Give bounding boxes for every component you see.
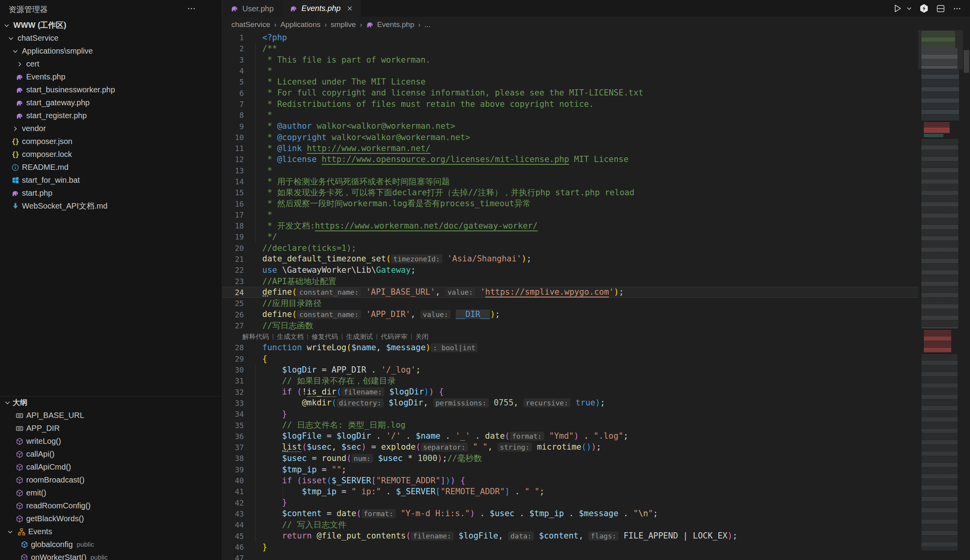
tree-item-readme-md[interactable]: README.md (0, 161, 222, 174)
outline-item-writelog[interactable]: writeLog() (0, 435, 222, 448)
tree-item-composer-json[interactable]: {}composer.json (0, 135, 222, 148)
code-line-7[interactable]: 7 * Redistributions of files must retain… (223, 99, 918, 110)
code-line-26[interactable]: 26define(constant_name: 'APP_DIR', value… (223, 309, 918, 320)
tree-item-events-php[interactable]: Events.php (0, 70, 222, 83)
code-line-30[interactable]: 30 $logDir = APP_DIR . '/_log'; (223, 364, 918, 375)
code-line-18[interactable]: 18 * 开发文档:https://www.workerman.net/doc/… (223, 220, 918, 231)
code-line-24[interactable]: 24define(constant_name: 'API_BASE_URL', … (223, 287, 918, 298)
code-line-41[interactable]: 41 $tmp_ip = " ip:" . $_SERVER["REMOTE_A… (223, 486, 918, 497)
run-icon[interactable] (892, 3, 903, 14)
code-line-11[interactable]: 11 * @link http://www.workerman.net/ (223, 143, 918, 154)
outline-item-readroomconfig[interactable]: readRoomConfig() (0, 499, 222, 512)
code-line-35[interactable]: 35 // 日志文件名: 类型_日期.log (223, 420, 918, 430)
code-line-34[interactable]: 34 } (223, 409, 918, 420)
code-line-23[interactable]: 23//API基础地址配置 (223, 276, 918, 287)
code-line-25[interactable]: 25//应用目录路径 (223, 298, 918, 309)
code-line-17[interactable]: 17 * (223, 209, 918, 220)
breadcrumb-item-applications[interactable]: Applications (280, 20, 320, 29)
code-line-33[interactable]: 33 @mkdir(directory: $logDir, permission… (223, 398, 918, 409)
code-line-27[interactable]: 27//写日志函数 (223, 320, 918, 331)
code-line-14[interactable]: 14 * 用于检测业务代码死循环或者长时间阻塞等问题 (223, 176, 918, 187)
outline-item-globalconfig[interactable]: globalconfigpublic (0, 538, 222, 551)
code-line-46[interactable]: 46} (223, 542, 918, 553)
outline-header[interactable]: 大纲 (0, 396, 222, 409)
php-runner-icon[interactable] (919, 3, 929, 14)
code-line-5[interactable]: 5 * Licensed under The MIT License (223, 76, 918, 87)
codelens-修复代码[interactable]: 修复代码 (312, 332, 338, 341)
code-line-19[interactable]: 19 */ (223, 231, 918, 242)
code-line-42[interactable]: 42 } (223, 497, 918, 508)
code-line-13[interactable]: 13 * (223, 165, 918, 176)
code-line-28[interactable]: 28function writeLog($name, $message): bo… (223, 342, 918, 353)
code-line-45[interactable]: 45 return @file_put_contents(filename: $… (223, 530, 918, 541)
tree-item-start-php[interactable]: start.php (0, 187, 222, 200)
tree-item-start-for-win-bat[interactable]: start_for_win.bat (0, 174, 222, 187)
outline-item-events[interactable]: Events (0, 525, 222, 538)
code-line-43[interactable]: 43 $content = date(format: "Y-m-d H:i:s.… (223, 508, 918, 519)
code-editor[interactable]: 1<?php2/**3 * This file is part of worke… (223, 32, 918, 560)
outline-item-getblackwords[interactable]: getBlackWords() (0, 512, 222, 525)
code-line-39[interactable]: 39 $tmp_ip = ""; (223, 464, 918, 475)
tree-item-www-工作区[interactable]: WWW (工作区) (0, 19, 222, 32)
codelens-生成文档[interactable]: 生成文档 (277, 332, 303, 341)
tree-item-start-register-php[interactable]: start_register.php (0, 109, 222, 122)
code-line-44[interactable]: 44 // 写入日志文件 (223, 519, 918, 530)
code-line-31[interactable]: 31 // 如果目录不存在，创建目录 (223, 375, 918, 386)
tree-item-start-gateway-php[interactable]: start_gateway.php (0, 96, 222, 109)
close-icon[interactable] (346, 5, 353, 12)
code-line-38[interactable]: 38 $usec = round(num: $usec * 1000);//毫秒… (223, 453, 918, 464)
tree-item-cert[interactable]: cert (0, 58, 222, 70)
tree-item-start-businessworker-php[interactable]: start_businessworker.php (0, 83, 222, 96)
outline-item-callapicmd[interactable]: callApiCmd() (0, 461, 222, 474)
code-line-32[interactable]: 32 if (!is_dir(filename: $logDir)) { (223, 387, 918, 398)
outline-item-api-base-url[interactable]: API_BASE_URL (0, 409, 222, 422)
more-actions-icon[interactable] (952, 4, 962, 14)
run-dropdown-icon[interactable] (906, 5, 912, 12)
code-line-47[interactable]: 47 (223, 553, 918, 560)
code-line-8[interactable]: 8 * (223, 110, 918, 121)
tab-user-php[interactable]: User.php (223, 0, 282, 17)
codelens-代码评审[interactable]: 代码评审 (381, 332, 407, 341)
code-line-9[interactable]: 9 * @author walkor<walkor@workerman.net> (223, 121, 918, 131)
line-number: 39 (223, 465, 246, 474)
code-line-6[interactable]: 6 * For full copyright and license infor… (223, 87, 918, 98)
outline-item-callapi[interactable]: callApi() (0, 448, 222, 461)
code-line-36[interactable]: 36 $logFile = $logDir . '/' . $name . '_… (223, 431, 918, 442)
codelens-关闭[interactable]: 关闭 (415, 332, 429, 341)
breadcrumb-item-events-php[interactable]: Events.php (366, 20, 414, 29)
code-line-20[interactable]: 20//declare(ticks=1); (223, 243, 918, 254)
code-line-2[interactable]: 2/** (223, 43, 918, 54)
outline-item-onworkerstart[interactable]: onWorkerStart()public (0, 551, 222, 560)
split-editor-icon[interactable] (936, 4, 946, 14)
breadcrumb-item-[interactable]: ... (424, 20, 431, 29)
code-line-21[interactable]: 21date_default_timezone_set(timezoneId: … (223, 254, 918, 265)
code-line-29[interactable]: 29{ (223, 353, 918, 364)
tree-item-vendor[interactable]: vendor (0, 122, 222, 135)
code-line-10[interactable]: 10 * @copyright walkor<walkor@workerman.… (223, 132, 918, 143)
code-line-16[interactable]: 16 * 然后观察一段时间workerman.log看是否有process_ti… (223, 198, 918, 209)
tree-item-applications-smplive[interactable]: Applications\smplive (0, 45, 222, 58)
code-line-15[interactable]: 15 * 如果发现业务卡死，可以将下面declare打开（去掉//注释），并执行… (223, 187, 918, 198)
tree-item-chatservice[interactable]: chatService (0, 32, 222, 45)
minimap[interactable] (918, 17, 963, 560)
codelens-解释代码[interactable]: 解释代码 (242, 332, 269, 341)
codelens-生成测试[interactable]: 生成测试 (346, 332, 373, 341)
tab-events-php[interactable]: Events.php (282, 0, 362, 17)
code-line-37[interactable]: 37 list($usec, $sec) = explode(separator… (223, 442, 918, 453)
editor-scrollbar[interactable] (963, 17, 970, 560)
tree-item-websocket-api文档-md[interactable]: WebSocket_API文档.md (0, 200, 222, 212)
breadcrumb-item-chatservice[interactable]: chatService (231, 20, 270, 29)
code-line-4[interactable]: 4 * (223, 65, 918, 76)
scrollbar-thumb[interactable] (964, 50, 969, 73)
code-line-1[interactable]: 1<?php (223, 32, 918, 43)
tree-item-composer-lock[interactable]: {}composer.lock (0, 148, 222, 161)
explorer-more-icon[interactable] (187, 4, 196, 15)
outline-item-roombroadcast[interactable]: roomBroadcast() (0, 474, 222, 486)
breadcrumb-item-smplive[interactable]: smplive (331, 20, 356, 29)
code-line-22[interactable]: 22use \GatewayWorker\Lib\Gateway; (223, 265, 918, 275)
code-line-12[interactable]: 12 * @license http://www.opensource.org/… (223, 154, 918, 165)
outline-item-emit[interactable]: emit() (0, 486, 222, 499)
code-line-40[interactable]: 40 if (isset($_SERVER["REMOTE_ADDR"])) { (223, 475, 918, 486)
code-line-3[interactable]: 3 * This file is part of workerman. (223, 54, 918, 65)
outline-item-app-dir[interactable]: APP_DIR (0, 422, 222, 435)
